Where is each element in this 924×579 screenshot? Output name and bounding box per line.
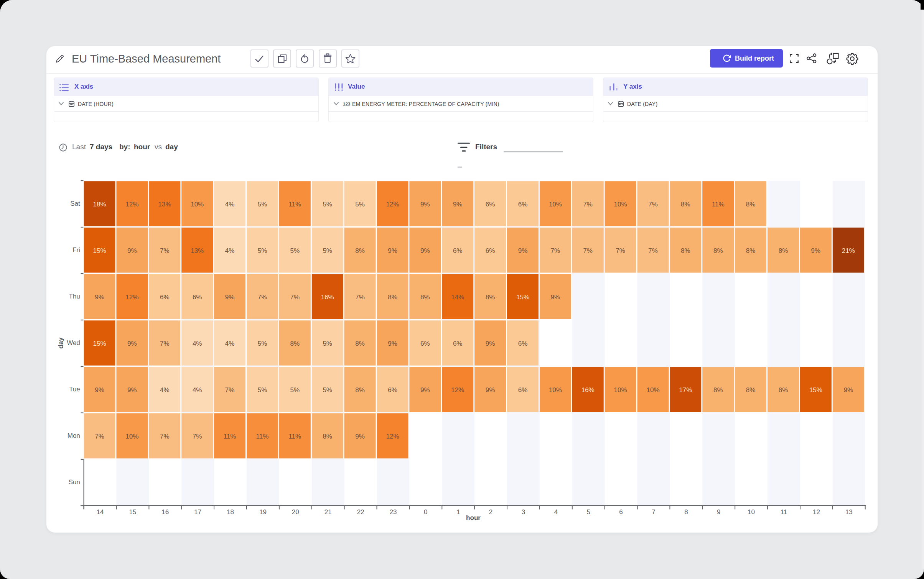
svg-text:7%: 7%: [583, 247, 593, 254]
svg-text:6%: 6%: [193, 294, 202, 301]
svg-text:6%: 6%: [518, 340, 528, 347]
svg-text:22: 22: [357, 508, 364, 516]
svg-text:5: 5: [586, 508, 590, 516]
svg-text:7%: 7%: [616, 247, 625, 254]
svg-text:Tue: Tue: [69, 386, 80, 393]
svg-text:5%: 5%: [323, 201, 332, 208]
svg-text:10%: 10%: [125, 433, 138, 440]
svg-text:12%: 12%: [125, 294, 138, 301]
svg-text:8%: 8%: [713, 386, 723, 394]
svg-text:9: 9: [717, 508, 720, 516]
svg-text:8%: 8%: [681, 247, 690, 254]
svg-text:8%: 8%: [323, 433, 332, 440]
svg-text:9%: 9%: [420, 247, 430, 254]
svg-text:Fri: Fri: [72, 246, 80, 254]
svg-text:4%: 4%: [225, 247, 235, 254]
svg-text:7: 7: [652, 508, 655, 516]
svg-text:9%: 9%: [453, 201, 463, 208]
svg-text:9%: 9%: [486, 340, 495, 347]
svg-text:13%: 13%: [191, 247, 204, 254]
svg-text:5%: 5%: [355, 201, 365, 208]
svg-text:9%: 9%: [127, 247, 137, 254]
svg-text:9%: 9%: [127, 340, 137, 347]
svg-text:Thu: Thu: [69, 293, 80, 300]
svg-text:5%: 5%: [290, 386, 300, 394]
svg-text:8%: 8%: [290, 340, 300, 347]
svg-text:7%: 7%: [95, 433, 104, 440]
svg-text:9%: 9%: [355, 433, 365, 440]
svg-text:4%: 4%: [193, 386, 202, 394]
svg-text:10%: 10%: [549, 201, 562, 208]
svg-text:8%: 8%: [486, 294, 495, 301]
svg-text:9%: 9%: [486, 386, 495, 394]
svg-text:10%: 10%: [614, 386, 627, 394]
svg-text:12%: 12%: [451, 386, 464, 394]
svg-text:6%: 6%: [518, 386, 528, 394]
svg-text:7%: 7%: [160, 433, 170, 440]
svg-text:8%: 8%: [355, 247, 365, 254]
svg-text:8%: 8%: [746, 201, 756, 208]
svg-text:11%: 11%: [288, 433, 301, 440]
svg-text:5%: 5%: [323, 247, 332, 254]
svg-text:13: 13: [845, 508, 853, 516]
svg-text:7%: 7%: [225, 386, 235, 394]
svg-text:12%: 12%: [386, 433, 399, 440]
svg-text:8%: 8%: [355, 386, 365, 394]
svg-text:Wed: Wed: [67, 339, 80, 346]
svg-text:9%: 9%: [95, 386, 104, 394]
svg-text:5%: 5%: [290, 247, 300, 254]
svg-text:7%: 7%: [160, 247, 170, 254]
svg-text:11: 11: [781, 508, 787, 516]
svg-text:day: day: [57, 337, 64, 349]
svg-text:12%: 12%: [386, 201, 399, 208]
svg-text:7%: 7%: [583, 201, 593, 208]
svg-text:15%: 15%: [93, 247, 106, 254]
svg-text:7%: 7%: [551, 247, 560, 254]
svg-text:21: 21: [324, 508, 332, 516]
svg-text:10%: 10%: [191, 201, 204, 208]
svg-text:10%: 10%: [549, 386, 562, 394]
svg-text:9%: 9%: [811, 247, 821, 254]
svg-text:hour: hour: [466, 514, 481, 521]
svg-text:5%: 5%: [258, 386, 267, 394]
svg-text:5%: 5%: [323, 386, 332, 394]
svg-text:6: 6: [619, 508, 623, 516]
svg-text:6%: 6%: [160, 294, 170, 301]
svg-text:12%: 12%: [125, 201, 138, 208]
svg-text:9%: 9%: [388, 340, 397, 347]
svg-text:16: 16: [161, 508, 169, 516]
svg-text:14%: 14%: [451, 294, 464, 301]
svg-text:19: 19: [259, 508, 267, 516]
svg-text:9%: 9%: [844, 386, 853, 394]
svg-text:8%: 8%: [779, 247, 788, 254]
svg-text:9%: 9%: [518, 247, 528, 254]
svg-text:11%: 11%: [288, 201, 301, 208]
svg-text:15: 15: [129, 508, 136, 516]
svg-text:15%: 15%: [809, 386, 822, 394]
svg-text:17: 17: [194, 508, 201, 516]
svg-text:4: 4: [554, 508, 558, 516]
svg-text:8%: 8%: [713, 247, 723, 254]
svg-text:17%: 17%: [679, 386, 692, 394]
svg-text:7%: 7%: [290, 294, 300, 301]
svg-text:9%: 9%: [551, 294, 560, 301]
svg-text:6%: 6%: [486, 201, 495, 208]
svg-text:11%: 11%: [224, 433, 236, 440]
svg-text:6%: 6%: [453, 340, 463, 347]
svg-text:7%: 7%: [193, 433, 202, 440]
svg-text:8%: 8%: [681, 201, 690, 208]
svg-text:8: 8: [684, 508, 688, 516]
svg-text:4%: 4%: [193, 340, 202, 347]
svg-text:5%: 5%: [258, 247, 267, 254]
svg-text:5%: 5%: [258, 340, 267, 347]
svg-text:8%: 8%: [779, 386, 788, 394]
svg-text:9%: 9%: [420, 386, 430, 394]
svg-text:Sun: Sun: [69, 478, 80, 486]
svg-text:7%: 7%: [648, 201, 658, 208]
svg-text:9%: 9%: [127, 386, 137, 394]
svg-text:9%: 9%: [95, 294, 104, 301]
svg-text:7%: 7%: [648, 247, 658, 254]
svg-text:13%: 13%: [158, 201, 171, 208]
svg-text:Sat: Sat: [70, 200, 80, 207]
svg-text:7%: 7%: [355, 294, 365, 301]
